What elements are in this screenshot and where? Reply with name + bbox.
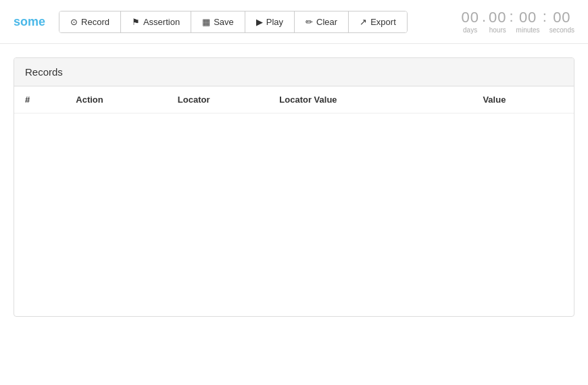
record-button[interactable]: ⊙ Record: [59, 11, 121, 32]
timer-minutes: 00 minutes: [516, 10, 540, 34]
records-panel: Records # Action Locator Locator Value V…: [14, 57, 574, 317]
export-label: Export: [370, 17, 396, 27]
records-body: # Action Locator Locator Value Value: [14, 86, 574, 316]
timer-seconds-label: seconds: [549, 26, 574, 34]
main-content: Records # Action Locator Locator Value V…: [0, 44, 588, 330]
timer-hours-value: 00: [489, 10, 506, 25]
logo-area: some: [14, 15, 45, 29]
timer-sep-3: :: [543, 8, 547, 26]
save-button[interactable]: ▦ Save: [191, 11, 245, 32]
play-button[interactable]: ▶ Play: [245, 11, 295, 32]
toolbar: ⊙ Record ⚑ Assertion ▦ Save ▶ Play ✏ Cle…: [59, 11, 408, 33]
assertion-label: Assertion: [143, 17, 180, 27]
record-label: Record: [81, 17, 109, 27]
records-table-head: # Action Locator Locator Value Value: [14, 86, 574, 113]
clear-icon: ✏: [305, 17, 313, 27]
timer-sep-2: :: [509, 8, 513, 26]
timer-area: 00 days . 00 hours : 00 minutes : 00 sec…: [461, 8, 574, 35]
record-icon: ⊙: [70, 17, 78, 27]
timer-hours: 00 hours: [489, 10, 506, 34]
records-title: Records: [25, 66, 63, 78]
timer-days: 00 days: [461, 10, 479, 34]
timer-minutes-label: minutes: [516, 26, 540, 34]
logo-text: some: [14, 15, 45, 29]
export-icon: ↗: [360, 17, 367, 27]
col-header-num: #: [14, 86, 65, 113]
records-header: Records: [14, 58, 574, 86]
save-icon: ▦: [202, 17, 210, 27]
timer-hours-label: hours: [489, 26, 506, 34]
timer-minutes-value: 00: [519, 10, 537, 25]
timer-days-value: 00: [461, 10, 479, 25]
timer-days-label: days: [463, 26, 477, 34]
timer-seconds: 00 seconds: [549, 10, 574, 34]
top-bar: some ⊙ Record ⚑ Assertion ▦ Save ▶ Play …: [0, 0, 588, 44]
col-header-action: Action: [65, 86, 167, 113]
assertion-button[interactable]: ⚑ Assertion: [121, 11, 191, 32]
table-header-row: # Action Locator Locator Value Value: [14, 86, 574, 113]
col-header-locator: Locator: [167, 86, 269, 113]
timer-seconds-value: 00: [553, 10, 570, 25]
col-header-locator-value: Locator Value: [268, 86, 472, 113]
clear-label: Clear: [316, 17, 337, 27]
play-icon: ▶: [256, 17, 263, 27]
save-label: Save: [214, 17, 234, 27]
assertion-icon: ⚑: [132, 17, 140, 27]
col-header-value: Value: [472, 86, 574, 113]
clear-button[interactable]: ✏ Clear: [295, 11, 349, 32]
play-label: Play: [266, 17, 283, 27]
records-table: # Action Locator Locator Value Value: [14, 86, 574, 113]
timer-sep-1: .: [482, 8, 486, 26]
export-button[interactable]: ↗ Export: [349, 11, 407, 32]
